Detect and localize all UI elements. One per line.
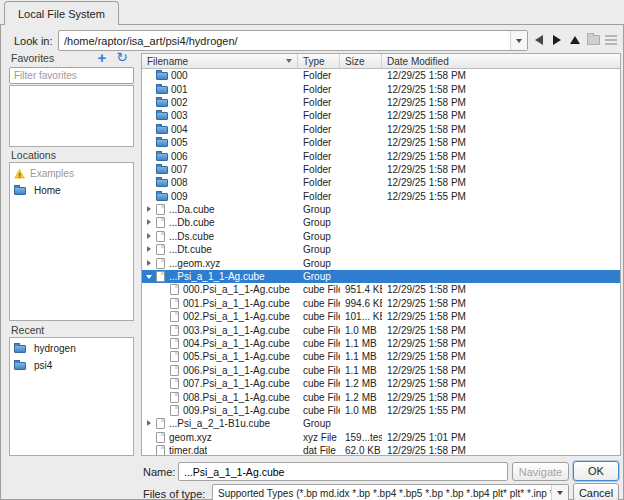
expander-spacer: [158, 364, 170, 377]
file-type: Group: [298, 217, 340, 228]
file-row[interactable]: ...Psi_a_2_1-B1u.cubeGroup: [142, 417, 620, 430]
file-row[interactable]: ...Ds.cubeGroup: [142, 230, 620, 243]
file-name: timer.dat: [169, 445, 207, 455]
folder-icon: [156, 99, 168, 107]
expander-spacer: [158, 377, 170, 390]
expander-spacer: [158, 350, 170, 363]
location-item-home[interactable]: Home: [10, 182, 133, 199]
expander-spacer: [158, 337, 170, 350]
file-type: Group: [298, 271, 340, 282]
detail-view-button[interactable]: [602, 31, 620, 49]
expander-collapsed-icon[interactable]: [144, 230, 156, 243]
file-size: 62.0 KB: [340, 445, 382, 455]
file-row[interactable]: ...Da.cubeGroup: [142, 203, 620, 216]
column-header-filename[interactable]: Filename: [142, 54, 298, 68]
file-row[interactable]: 004Folder12/29/25 1:58 PM: [142, 123, 620, 136]
expander-collapsed-icon[interactable]: [144, 243, 156, 256]
column-header-type[interactable]: Type: [298, 54, 340, 68]
file-rows: 000Folder12/29/25 1:58 PM001Folder12/29/…: [142, 69, 620, 455]
tab-local-file-system[interactable]: Local File System: [4, 1, 119, 25]
file-row[interactable]: 006.Psi_a_1_1-Ag.cubecube File1.1 MB12/2…: [142, 364, 620, 377]
file-size: 159...tes: [340, 432, 382, 443]
folder-icon: [14, 187, 26, 195]
file-type: Folder: [298, 84, 340, 95]
file-row[interactable]: 009Folder12/29/25 1:55 PM: [142, 190, 620, 203]
filter-favorites-input[interactable]: [9, 67, 134, 84]
file-row[interactable]: 000Folder12/29/25 1:58 PM: [142, 69, 620, 82]
file-row[interactable]: 005.Psi_a_1_1-Ag.cubecube File1.1 MB12/2…: [142, 350, 620, 363]
file-name-cell: ...geom.xyz: [142, 257, 298, 270]
file-row[interactable]: 001Folder12/29/25 1:58 PM: [142, 82, 620, 95]
files-of-type-label: Files of type:: [143, 488, 205, 500]
file-name-cell: 005: [142, 136, 298, 149]
folder-icon: [156, 139, 168, 147]
up-arrow-icon: [570, 36, 580, 44]
file-row[interactable]: 002.Psi_a_1_1-Ag.cubecube File101... KB1…: [142, 310, 620, 323]
expander-expanded-icon[interactable]: [144, 270, 156, 283]
file-row[interactable]: 004.Psi_a_1_1-Ag.cubecube File1.1 MB12/2…: [142, 337, 620, 350]
expander-collapsed-icon[interactable]: [144, 417, 156, 430]
file-row[interactable]: ...Db.cubeGroup: [142, 216, 620, 229]
expander-collapsed-icon[interactable]: [144, 257, 156, 270]
chevron-down-icon[interactable]: [551, 485, 568, 500]
file-row[interactable]: 001.Psi_a_1_1-Ag.cubecube File994.6 KB12…: [142, 297, 620, 310]
add-favorite-button[interactable]: +: [93, 48, 111, 66]
location-item-examples[interactable]: Examples: [10, 165, 133, 182]
expander-collapsed-icon[interactable]: [144, 203, 156, 216]
file-row[interactable]: 005Folder12/29/25 1:58 PM: [142, 136, 620, 149]
folder-icon: [156, 126, 168, 134]
expander-spacer: [144, 136, 156, 149]
column-label: Size: [345, 56, 364, 67]
file-name: 007.Psi_a_1_1-Ag.cube: [183, 378, 290, 389]
file-name: 003.Psi_a_1_1-Ag.cube: [183, 325, 290, 336]
file-name-cell: 009.Psi_a_1_1-Ag.cube: [142, 404, 298, 417]
up-directory-button[interactable]: [566, 31, 584, 49]
file-row[interactable]: 008.Psi_a_1_1-Ag.cubecube File1.2 MB12/2…: [142, 390, 620, 403]
back-icon: [535, 35, 543, 45]
expander-collapsed-icon[interactable]: [144, 216, 156, 229]
file-row[interactable]: 009.Psi_a_1_1-Ag.cubecube File1.0 MB12/2…: [142, 404, 620, 417]
recent-item-psi4[interactable]: psi4: [10, 357, 133, 374]
file-row[interactable]: 006Folder12/29/25 1:58 PM: [142, 149, 620, 162]
back-button[interactable]: [530, 31, 548, 49]
forward-button[interactable]: [548, 31, 566, 49]
file-icon: [156, 418, 165, 429]
chevron-down-icon[interactable]: [510, 31, 527, 50]
refresh-favorites-button[interactable]: ↻: [113, 48, 131, 66]
file-date: 12/29/25 1:58 PM: [382, 365, 620, 376]
file-name: 001: [171, 84, 188, 95]
file-row[interactable]: geom.xyzxyz File159...tes12/29/25 1:01 P…: [142, 431, 620, 444]
file-row[interactable]: 008Folder12/29/25 1:58 PM: [142, 176, 620, 189]
file-row[interactable]: ...Psi_a_1_1-Ag.cubeGroup: [142, 270, 620, 283]
create-folder-button[interactable]: [584, 31, 602, 49]
ok-button[interactable]: OK: [573, 461, 619, 481]
expander-spacer: [158, 310, 170, 323]
cancel-button[interactable]: Cancel: [573, 483, 619, 500]
file-icon: [170, 351, 179, 362]
file-icon: [156, 217, 165, 228]
file-row[interactable]: 007.Psi_a_1_1-Ag.cubecube File1.2 MB12/2…: [142, 377, 620, 390]
column-header-size[interactable]: Size: [340, 54, 382, 68]
file-type: cube File: [298, 311, 340, 322]
file-name-cell: ...Db.cube: [142, 216, 298, 229]
file-row[interactable]: 003Folder12/29/25 1:58 PM: [142, 109, 620, 122]
file-row[interactable]: ...Dt.cubeGroup: [142, 243, 620, 256]
column-header-date-modified[interactable]: Date Modified: [382, 54, 620, 68]
file-row[interactable]: 007Folder12/29/25 1:58 PM: [142, 163, 620, 176]
file-name: 004: [171, 124, 188, 135]
folder-icon: [156, 153, 168, 161]
navigate-button[interactable]: Navigate: [512, 462, 569, 481]
name-input[interactable]: [178, 462, 508, 481]
file-type: dat File: [298, 445, 340, 455]
file-row[interactable]: 003.Psi_a_1_1-Ag.cubecube File1.0 MB12/2…: [142, 323, 620, 336]
file-row[interactable]: 000.Psi_a_1_1-Ag.cubecube File951.4 KB12…: [142, 283, 620, 296]
files-of-type-combobox[interactable]: Supported Types (*.bp md.idx *.bp *.bp4 …: [212, 484, 569, 500]
file-row[interactable]: 002Folder12/29/25 1:58 PM: [142, 96, 620, 109]
file-row[interactable]: ...geom.xyzGroup: [142, 256, 620, 269]
folder-icon: [156, 179, 168, 187]
file-name-cell: 002: [142, 96, 298, 109]
file-type: xyz File: [298, 432, 340, 443]
file-row[interactable]: timer.datdat File62.0 KB12/29/25 1:58 PM: [142, 444, 620, 455]
file-name-cell: ...Psi_a_1_1-Ag.cube: [142, 270, 298, 283]
recent-item-hydrogen[interactable]: hydrogen: [10, 340, 133, 357]
